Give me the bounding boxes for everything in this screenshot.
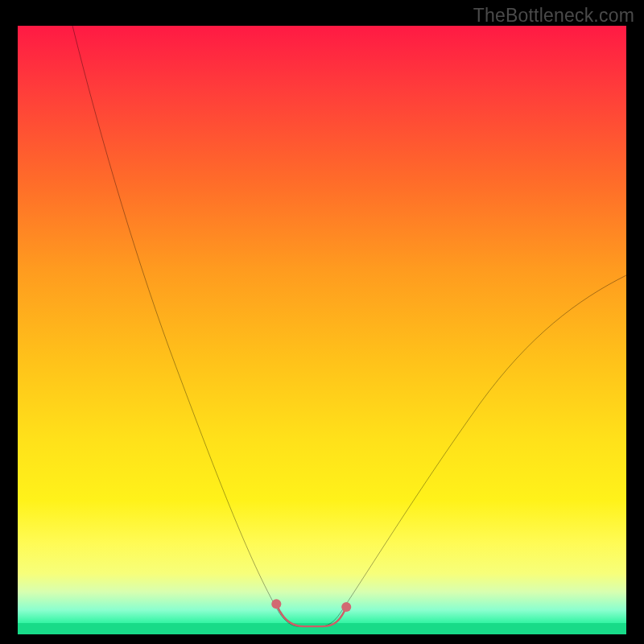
optimal-zone-dot-right [341, 602, 351, 612]
bottleneck-curve-svg [18, 26, 626, 634]
chart-frame: TheBottleneck.com [0, 0, 644, 644]
optimal-zone-marker [276, 604, 346, 626]
bottleneck-curve [72, 26, 626, 626]
optimal-zone-dot-left [271, 599, 281, 609]
plot-area [18, 26, 626, 634]
watermark-text: TheBottleneck.com [473, 5, 634, 27]
